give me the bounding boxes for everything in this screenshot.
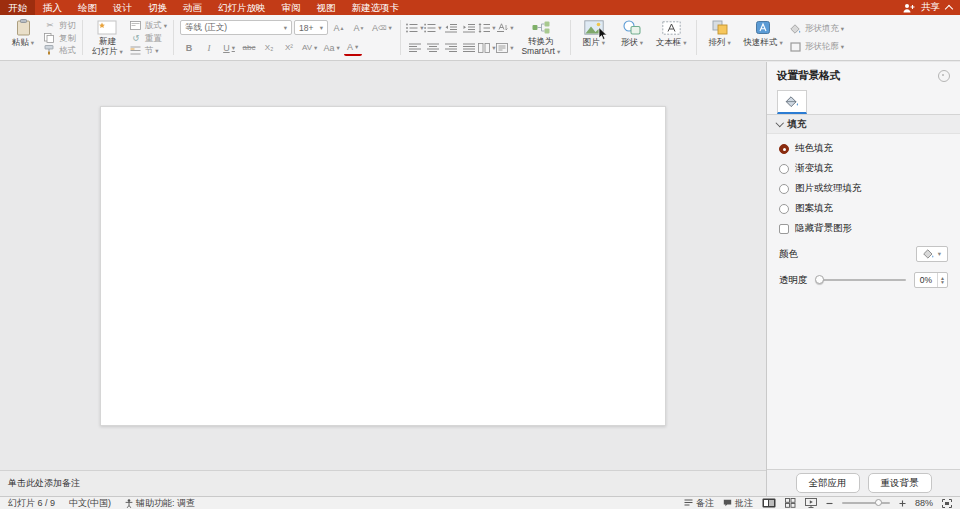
format-painter-button[interactable]: 格式 <box>44 44 76 56</box>
slide-canvas-area <box>0 62 766 470</box>
picture-texture-fill-option[interactable]: 图片或纹理填充 <box>779 182 948 195</box>
tab-view[interactable]: 视图 <box>309 0 344 15</box>
italic-button[interactable]: I <box>200 40 218 55</box>
shape-fill-button[interactable]: 形状填充 <box>790 22 844 35</box>
share-button[interactable]: 共享 <box>921 1 940 14</box>
comments-toggle-button[interactable]: 批注 <box>723 497 753 509</box>
zoom-slider-knob[interactable] <box>875 499 882 506</box>
picture-icon <box>584 18 604 37</box>
tab-animations[interactable]: 动画 <box>175 0 210 15</box>
clipboard-group: 粘贴 ✂ 剪切 复制 格式 <box>6 17 76 58</box>
normal-view-icon <box>762 498 776 508</box>
ribbon: 粘贴 ✂ 剪切 复制 格式 <box>0 15 960 61</box>
arrange-button[interactable]: 排列 <box>703 17 737 58</box>
underline-button[interactable]: U <box>220 40 238 55</box>
insert-picture-button[interactable]: 图片 <box>577 17 611 58</box>
fill-tab[interactable] <box>777 90 807 114</box>
tab-home[interactable]: 开始 <box>0 0 35 15</box>
numbered-list-button[interactable] <box>425 20 441 35</box>
zoom-level[interactable]: 88% <box>915 498 933 508</box>
color-picker-button[interactable] <box>916 246 948 262</box>
textbox-icon <box>662 18 681 37</box>
transparency-slider-knob[interactable] <box>815 275 824 284</box>
align-right-button[interactable] <box>443 40 459 55</box>
convert-to-smartart-button[interactable]: 转换为 SmartArt <box>518 17 564 58</box>
slide-sorter-view-button[interactable] <box>785 498 796 508</box>
character-spacing-button[interactable]: AV <box>300 40 319 55</box>
stepper-icon[interactable]: ▲▼ <box>937 273 947 287</box>
fit-slide-button[interactable] <box>942 499 952 508</box>
bullet-list-button[interactable] <box>407 20 423 35</box>
columns-button[interactable] <box>479 40 495 55</box>
tab-new-tab[interactable]: 新建选项卡 <box>344 0 408 15</box>
fill-section-header[interactable]: 填充 <box>767 115 960 134</box>
decrease-indent-button[interactable] <box>443 20 459 35</box>
align-left-icon <box>409 43 421 53</box>
reset-background-button[interactable]: 重设背景 <box>868 473 932 493</box>
font-color-button[interactable]: A <box>344 39 362 56</box>
bold-button[interactable]: B <box>180 40 198 55</box>
zoom-out-button[interactable] <box>826 500 833 507</box>
chevron-down-icon <box>776 119 784 127</box>
slideshow-view-button[interactable] <box>805 498 817 508</box>
strikethrough-button[interactable]: abc <box>240 40 258 55</box>
justify-button[interactable] <box>461 40 477 55</box>
panel-settings-icon[interactable] <box>938 70 950 82</box>
change-case-button[interactable]: Aa <box>321 40 341 55</box>
line-spacing-button[interactable] <box>479 20 495 35</box>
tab-insert[interactable]: 插入 <box>35 0 70 15</box>
smartart-icon <box>532 18 550 36</box>
tab-review[interactable]: 审阅 <box>274 0 309 15</box>
align-text-button[interactable] <box>497 40 513 55</box>
accessibility-status[interactable]: 辅助功能: 调查 <box>125 497 195 509</box>
zoom-slider[interactable] <box>842 502 890 504</box>
tab-slideshow[interactable]: 幻灯片放映 <box>210 0 274 15</box>
copy-button[interactable]: 复制 <box>44 32 76 44</box>
decrease-indent-icon <box>445 23 457 33</box>
gradient-fill-option[interactable]: 渐变填充 <box>779 162 948 175</box>
align-text-icon <box>496 43 508 53</box>
cut-button[interactable]: ✂ 剪切 <box>44 19 76 31</box>
pattern-fill-option[interactable]: 图案填充 <box>779 202 948 215</box>
hide-background-graphics-checkbox[interactable]: 隐藏背景图形 <box>779 222 948 235</box>
quick-styles-button[interactable]: 快速样式 <box>741 17 786 58</box>
ribbon-separator <box>400 20 401 55</box>
language-indicator[interactable]: 中文(中国) <box>69 497 111 509</box>
superscript-button[interactable]: X² <box>280 40 298 55</box>
clear-formatting-button[interactable]: A⌫ <box>370 20 394 35</box>
paste-button[interactable]: 粘贴 <box>6 17 40 58</box>
transparency-slider[interactable] <box>816 279 907 281</box>
notes-toggle-button[interactable]: 备注 <box>684 497 714 509</box>
notes-pane[interactable]: 单击此处添加备注 <box>0 470 766 496</box>
apply-to-all-button[interactable]: 全部应用 <box>796 473 860 493</box>
insert-textbox-button[interactable]: 文本框 <box>653 17 690 58</box>
zoom-in-button[interactable] <box>899 500 906 507</box>
text-direction-button[interactable] <box>497 20 513 35</box>
normal-view-button[interactable] <box>762 498 776 508</box>
slide[interactable] <box>100 106 666 426</box>
increase-indent-button[interactable] <box>461 20 477 35</box>
transparency-value-field[interactable]: 0% ▲▼ <box>914 272 948 288</box>
align-center-button[interactable] <box>425 40 441 55</box>
tab-transitions[interactable]: 切换 <box>140 0 175 15</box>
tab-draw[interactable]: 绘图 <box>70 0 105 15</box>
slideshow-icon <box>805 498 817 508</box>
insert-shapes-button[interactable]: 形状 <box>615 17 649 58</box>
font-name-select[interactable]: 等线 (正文) <box>180 20 292 35</box>
layout-button[interactable]: 版式 <box>130 19 167 32</box>
justify-icon <box>463 43 475 53</box>
format-background-panel: 设置背景格式 填充 纯色填充 渐变填充 图片或纹理填充 图案填充 <box>766 62 960 496</box>
decrease-font-size-button[interactable]: A▼ <box>350 20 368 35</box>
align-left-button[interactable] <box>407 40 423 55</box>
subscript-button[interactable]: X₂ <box>260 40 278 55</box>
reset-button[interactable]: ↺ 重置 <box>130 32 167 44</box>
color-label: 颜色 <box>779 248 798 261</box>
increase-font-size-button[interactable]: A▲ <box>330 20 348 35</box>
solid-fill-option[interactable]: 纯色填充 <box>779 142 948 155</box>
tab-design[interactable]: 设计 <box>105 0 140 15</box>
collapse-ribbon-icon[interactable] <box>945 4 953 12</box>
font-size-select[interactable]: 18+ <box>294 20 328 35</box>
new-slide-button[interactable]: 新建 幻灯片 <box>89 17 126 58</box>
section-button[interactable]: 节 <box>130 44 167 57</box>
shape-outline-button[interactable]: 形状轮廓 <box>790 40 844 53</box>
